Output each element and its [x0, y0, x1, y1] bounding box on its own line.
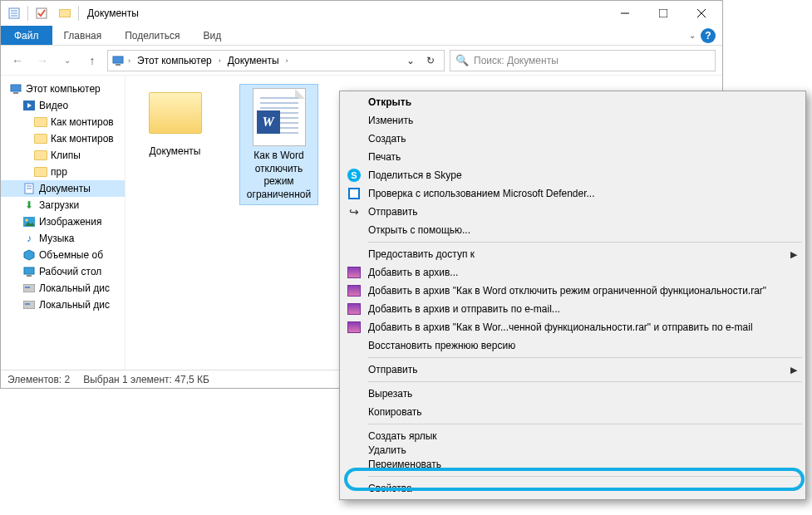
back-button[interactable]: ← [7, 51, 27, 71]
video-icon [22, 99, 36, 112]
chevron-right-icon[interactable]: › [217, 56, 223, 65]
nav-row: ← → ⌄ ↑ › Этот компьютер › Документы › ⌄… [1, 46, 722, 76]
cm-grant-access[interactable]: Предоставить доступ к▶ [342, 245, 804, 263]
tree-this-pc[interactable]: Этот компьютер [1, 81, 125, 97]
search-icon: 🔍 [455, 54, 469, 66]
tree-folder[interactable]: Как монтиров [1, 130, 125, 147]
svg-rect-10 [116, 64, 121, 66]
cm-rar-add-named[interactable]: Добавить в архив "Как в Word отключить р… [342, 282, 804, 300]
address-bar[interactable]: › Этот компьютер › Документы › ⌄ ↻ [107, 50, 445, 71]
cm-separator [368, 357, 802, 358]
cm-send[interactable]: ↪Отправить [342, 203, 804, 221]
cm-rar-add[interactable]: Добавить в архив... [342, 263, 804, 282]
cm-edit[interactable]: Изменить [342, 111, 804, 130]
svg-rect-6 [659, 9, 667, 17]
cm-openwith[interactable]: Открыть с помощью... [342, 221, 804, 239]
folder-icon [34, 149, 47, 162]
chevron-right-icon[interactable]: › [126, 56, 132, 65]
search-input[interactable]: 🔍 Поиск: Документы [450, 50, 716, 71]
cm-delete[interactable]: Удалить [342, 445, 804, 455]
maximize-button[interactable] [644, 1, 682, 26]
tab-file[interactable]: Файл [1, 26, 52, 45]
ribbon-chevron-icon[interactable]: ⌄ [689, 31, 696, 40]
cm-copy[interactable]: Копировать [342, 403, 804, 421]
cm-properties[interactable]: Свойства [342, 479, 804, 498]
ribbon-tabs: Файл Главная Поделиться Вид ⌄ ? [1, 26, 722, 46]
checkbox-qat-icon[interactable] [32, 4, 51, 22]
file-item-folder[interactable]: Документы [135, 84, 214, 159]
tree-folder[interactable]: Как монтиров [1, 114, 125, 130]
cm-restore[interactable]: Восстановить прежнюю версию [342, 336, 804, 355]
cm-rar-email[interactable]: Добавить в архив и отправить по e-mail..… [342, 300, 804, 318]
documents-icon [22, 182, 36, 195]
chevron-right-icon[interactable]: › [284, 56, 290, 65]
addr-dropdown[interactable]: ⌄ [401, 51, 421, 71]
cm-print[interactable]: Печать [342, 148, 804, 166]
pc-icon [111, 54, 125, 67]
cm-rename[interactable]: Переименовать [342, 455, 804, 473]
help-icon[interactable]: ? [701, 28, 716, 43]
tree-folder[interactable]: Клипы [1, 147, 125, 164]
tree-desktop[interactable]: Рабочий стол [1, 263, 125, 280]
refresh-button[interactable]: ↻ [421, 51, 440, 71]
cm-shortcut[interactable]: Создать ярлык [342, 427, 804, 445]
submenu-arrow-icon: ▶ [790, 365, 797, 375]
cm-sendto[interactable]: Отправить▶ [342, 360, 804, 379]
tab-view[interactable]: Вид [191, 26, 233, 45]
tab-home[interactable]: Главная [52, 26, 114, 45]
context-menu: Открыть Изменить Создать Печать SПоделит… [339, 91, 806, 500]
submenu-arrow-icon: ▶ [790, 249, 797, 260]
skype-icon: S [347, 168, 362, 183]
folder-icon [149, 92, 202, 134]
cm-skype[interactable]: SПоделиться в Skype [342, 166, 804, 184]
tree-downloads[interactable]: ⬇Загрузки [1, 197, 125, 213]
up-button[interactable]: ↑ [82, 51, 102, 71]
tree-music[interactable]: ♪Музыка [1, 230, 125, 247]
svg-rect-11 [11, 85, 21, 91]
status-item-count: Элементов: 2 [7, 374, 70, 385]
tree-folder[interactable]: прр [1, 164, 125, 180]
tree-local-disk[interactable]: Локальный дис [1, 297, 125, 313]
breadcrumb-documents[interactable]: Документы [224, 55, 283, 66]
cm-cut[interactable]: Вырезать [342, 385, 804, 403]
svg-rect-27 [25, 303, 30, 305]
breadcrumb-pc[interactable]: Этот компьютер [134, 55, 215, 66]
desktop-icon [22, 265, 36, 278]
winrar-icon [347, 265, 362, 280]
defender-icon [347, 186, 362, 201]
winrar-icon [347, 320, 362, 335]
winrar-icon [347, 302, 362, 316]
forward-button[interactable]: → [32, 51, 52, 71]
titlebar: Документы [1, 1, 722, 26]
tree-videos[interactable]: Видео [1, 97, 125, 114]
svg-rect-23 [27, 275, 32, 277]
pictures-icon [22, 215, 36, 228]
tab-share[interactable]: Поделиться [113, 26, 191, 45]
cm-separator [368, 424, 802, 424]
status-selection: Выбран 1 элемент: 47,5 КБ [83, 374, 209, 385]
window-title: Документы [87, 7, 139, 19]
cm-open[interactable]: Открыть [342, 93, 804, 111]
properties-qat-icon[interactable] [5, 4, 23, 22]
cm-defender[interactable]: Проверка с использованием Microsoft Defe… [342, 184, 804, 203]
cm-create[interactable]: Создать [342, 130, 804, 148]
close-button[interactable] [682, 1, 721, 26]
svg-rect-22 [24, 267, 34, 274]
file-item-word-doc[interactable]: W Как в Word отключить режим ограниченно… [239, 84, 318, 205]
folder-qat-icon[interactable] [56, 4, 74, 22]
minimize-button[interactable] [606, 1, 644, 26]
cm-separator [368, 381, 802, 382]
folder-icon [34, 132, 47, 145]
svg-rect-25 [25, 287, 30, 288]
tree-3dobjects[interactable]: Объемные об [1, 247, 125, 263]
cm-rar-named-email[interactable]: Добавить в архив "Как в Wor...ченной фун… [342, 318, 804, 336]
disk-icon [22, 298, 36, 311]
downloads-icon: ⬇ [22, 199, 36, 212]
search-placeholder: Поиск: Документы [474, 55, 559, 66]
recent-dropdown[interactable]: ⌄ [57, 51, 77, 71]
tree-documents[interactable]: Документы [1, 180, 125, 197]
pc-icon [9, 82, 22, 96]
cm-separator [368, 242, 802, 243]
tree-pictures[interactable]: Изображения [1, 213, 125, 230]
tree-local-disk[interactable]: Локальный дис [1, 280, 125, 297]
